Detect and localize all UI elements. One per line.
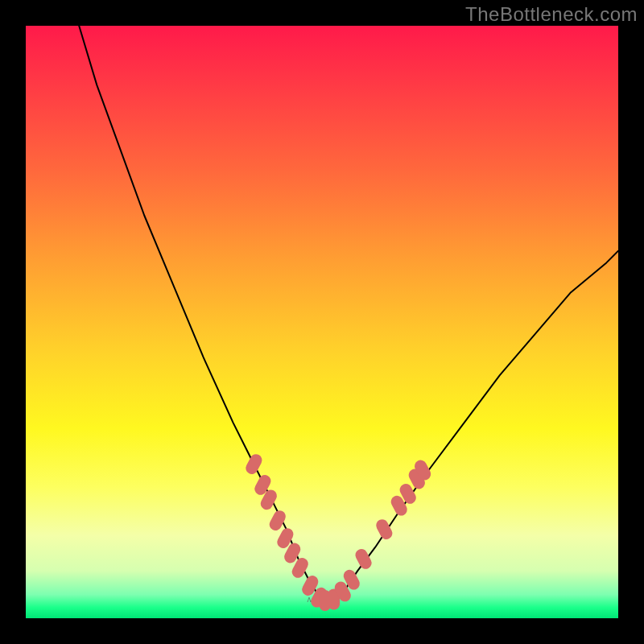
- v-curve: [79, 26, 618, 601]
- chart-frame: TheBottleneck.com: [0, 0, 644, 644]
- bead-marker: [353, 547, 374, 571]
- plot-area: [26, 26, 618, 618]
- curve-layer: [26, 26, 618, 618]
- bead-marker: [374, 518, 394, 542]
- bead-marker: [244, 452, 264, 477]
- marker-beads: [244, 452, 433, 611]
- watermark-text: TheBottleneck.com: [465, 3, 638, 26]
